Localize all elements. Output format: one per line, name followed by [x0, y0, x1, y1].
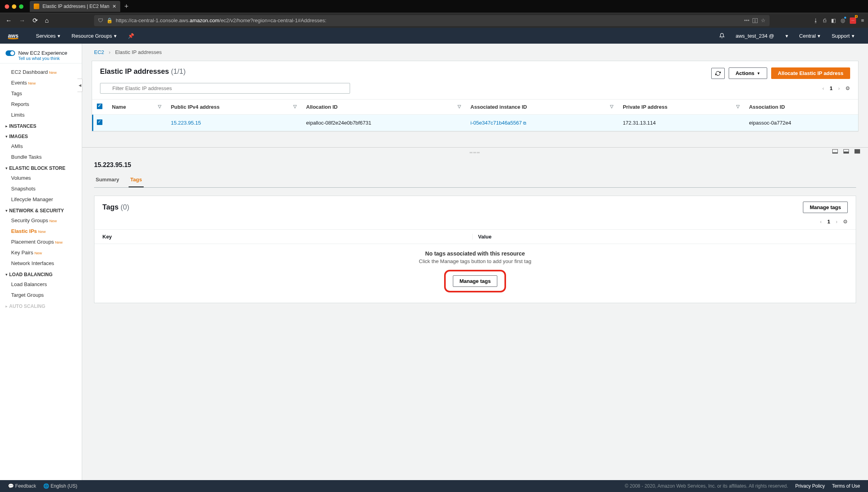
col-alloc-id[interactable]: Allocation ID▽: [301, 100, 466, 115]
page-prev[interactable]: ‹: [822, 85, 824, 91]
empty-subtext: Click the Manage tags button to add your…: [94, 258, 856, 264]
library-icon[interactable]: ⎙: [823, 17, 826, 23]
url-bar[interactable]: 🛡 🔒 https://ca-central-1.console.aws.ama…: [94, 15, 770, 26]
sidebar-item-placement-groups[interactable]: Placement GroupsNew: [0, 236, 82, 247]
menu-icon[interactable]: ≡: [861, 17, 864, 23]
col-priv-ip[interactable]: Private IP address▽: [618, 100, 744, 115]
pane-view-half[interactable]: [843, 149, 849, 154]
copyright: © 2008 - 2020, Amazon Web Services, Inc.…: [625, 483, 788, 484]
sidebar-item-amis[interactable]: AMIs: [0, 141, 82, 152]
account-dropdown[interactable]: ▾: [780, 33, 794, 39]
manage-tags-button-main[interactable]: Manage tags: [453, 275, 498, 287]
new-tab-button[interactable]: +: [120, 2, 133, 11]
notifications-icon[interactable]: [714, 33, 730, 38]
nav-reload-button[interactable]: ⟳: [31, 15, 39, 26]
resource-groups-menu[interactable]: Resource Groups ▾: [66, 33, 122, 39]
sidebar-item-limits[interactable]: Limits: [0, 110, 82, 120]
pane-view-full[interactable]: [855, 149, 860, 154]
download-icon[interactable]: ⭳: [813, 17, 818, 23]
section-images[interactable]: IMAGES: [0, 131, 82, 141]
cell-public-ip[interactable]: 15.223.95.15: [171, 120, 201, 126]
account-icon[interactable]: ◎: [841, 17, 845, 23]
sidebar-item-security-groups[interactable]: Security GroupsNew: [0, 215, 82, 226]
sidebar-collapse-handle[interactable]: ◀: [77, 79, 83, 92]
window-minimize[interactable]: [12, 4, 16, 9]
sidebar-item-network-interfaces[interactable]: Network Interfaces: [0, 258, 82, 269]
col-public-ip[interactable]: Public IPv4 address▽: [166, 100, 301, 115]
feedback-link[interactable]: Tell us what you think: [18, 56, 76, 61]
sidebar-item-key-pairs[interactable]: Key PairsNew: [0, 247, 82, 258]
services-menu[interactable]: Services ▾: [30, 33, 66, 39]
region-menu[interactable]: Central ▾: [794, 33, 826, 39]
col-assoc-id[interactable]: Association ID: [744, 100, 858, 115]
pin-icon[interactable]: 📌: [122, 33, 140, 39]
breadcrumb-current: Elastic IP addresses: [115, 49, 162, 55]
manage-tags-button-top[interactable]: Manage tags: [803, 202, 848, 213]
tags-settings-icon[interactable]: ⚙: [843, 219, 848, 225]
breadcrumb: EC2 › Elastic IP addresses: [82, 44, 868, 59]
tab-tags[interactable]: Tags: [129, 173, 143, 187]
sidebar-item-elastic-ips[interactable]: Elastic IPsNew: [0, 226, 82, 236]
privacy-link[interactable]: Privacy Policy: [795, 483, 825, 484]
col-name[interactable]: Name▽: [107, 100, 166, 115]
terms-link[interactable]: Terms of Use: [832, 483, 860, 484]
nav-back-button[interactable]: ←: [4, 15, 13, 26]
section-ebs[interactable]: ELASTIC BLOCK STORE: [0, 162, 82, 173]
drag-grip-icon: ═══: [470, 150, 480, 155]
support-menu[interactable]: Support ▾: [826, 33, 860, 39]
sidebar-item-lifecycle[interactable]: Lifecycle Manager: [0, 194, 82, 205]
window-close[interactable]: [5, 4, 9, 9]
page-number: 1: [830, 85, 832, 91]
reader-icon[interactable]: ▯: [753, 18, 758, 23]
pane-view-bottom[interactable]: [832, 149, 838, 154]
settings-icon[interactable]: ⚙: [845, 85, 850, 91]
section-load-balancing[interactable]: LOAD BALANCING: [0, 269, 82, 279]
nav-home-button[interactable]: ⌂: [43, 15, 50, 26]
actions-button[interactable]: Actions ▼: [729, 67, 767, 79]
pane-resize-handle[interactable]: ═══: [82, 147, 868, 155]
tags-page-prev[interactable]: ‹: [820, 219, 822, 225]
browser-tab[interactable]: Elastic IP addresses | EC2 Man ✕: [30, 1, 120, 12]
tags-page-next[interactable]: ›: [836, 219, 837, 225]
new-experience-toggle[interactable]: [6, 50, 15, 56]
row-checkbox[interactable]: [97, 119, 102, 125]
detail-title: 15.223.95.15: [94, 161, 856, 169]
filter-input[interactable]: [100, 83, 350, 94]
eip-table: Name▽ Public IPv4 address▽ Allocation ID…: [92, 99, 858, 131]
language-selector[interactable]: 🌐 English (US): [43, 483, 77, 484]
window-maximize[interactable]: [19, 4, 23, 9]
account-menu[interactable]: aws_test_234 @: [730, 33, 780, 39]
section-instances[interactable]: INSTANCES: [0, 120, 82, 131]
aws-favicon-icon: [34, 4, 39, 9]
lock-icon: 🔒: [106, 17, 113, 23]
section-auto-scaling[interactable]: AUTO SCALING: [0, 300, 82, 311]
sidebar-item-events[interactable]: EventsNew: [0, 77, 82, 88]
select-all-checkbox[interactable]: [97, 104, 102, 109]
sidebar-icon[interactable]: ◧: [831, 17, 836, 23]
section-network[interactable]: NETWORK & SECURITY: [0, 205, 82, 215]
browser-tab-strip: Elastic IP addresses | EC2 Man ✕ +: [0, 0, 868, 13]
feedback-link[interactable]: 💬 Feedback: [8, 483, 36, 484]
col-assoc-inst[interactable]: Associated instance ID▽: [466, 100, 618, 115]
breadcrumb-ec2[interactable]: EC2: [94, 49, 104, 55]
allocate-eip-button[interactable]: Allocate Elastic IP address: [771, 67, 850, 79]
sidebar-item-target-groups[interactable]: Target Groups: [0, 290, 82, 300]
sidebar-item-load-balancers[interactable]: Load Balancers: [0, 279, 82, 290]
bookmark-icon[interactable]: ☆: [761, 17, 766, 23]
nav-forward-button[interactable]: →: [17, 15, 27, 26]
page-next[interactable]: ›: [838, 85, 840, 91]
table-row[interactable]: 15.223.95.15 eipalloc-08f2e24e0b7bf6731 …: [92, 115, 858, 131]
sidebar-item-bundle-tasks[interactable]: Bundle Tasks: [0, 152, 82, 162]
sidebar-item-tags[interactable]: Tags: [0, 88, 82, 99]
sidebar-item-volumes[interactable]: Volumes: [0, 173, 82, 183]
extension-badge[interactable]: ⋯4: [850, 17, 856, 24]
aws-logo[interactable]: aws: [8, 32, 18, 39]
tab-close-icon[interactable]: ✕: [112, 4, 116, 9]
sidebar-item-dashboard[interactable]: EC2 DashboardNew: [0, 67, 82, 77]
tab-summary[interactable]: Summary: [94, 173, 121, 187]
sidebar-item-snapshots[interactable]: Snapshots: [0, 183, 82, 194]
cell-instance-link[interactable]: i-05e347c71b46a5567: [470, 120, 522, 126]
refresh-button[interactable]: [711, 68, 725, 79]
sidebar-item-reports[interactable]: Reports: [0, 99, 82, 110]
tags-card: Tags (0) Manage tags ‹ 1 › ⚙ Key Value: [94, 196, 856, 303]
